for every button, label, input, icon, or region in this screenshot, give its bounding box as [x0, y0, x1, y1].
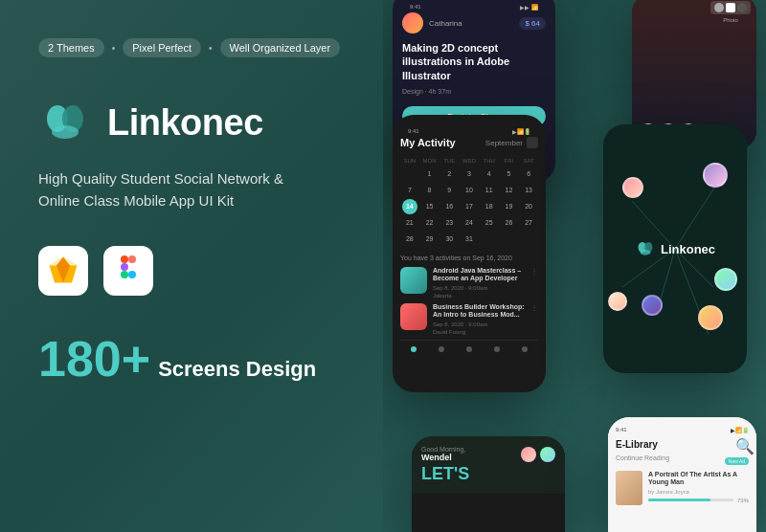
activity-more-1[interactable]: ⋮	[530, 267, 538, 276]
svg-point-22	[640, 250, 650, 255]
activity-item-2: Business Builder Workshop: An Intro to B…	[400, 303, 538, 335]
month-label: September	[485, 139, 523, 147]
greeting-avatars	[521, 447, 555, 462]
activity-person-2: David Foong	[433, 329, 525, 335]
activity-title-2: Business Builder Workshop: An Intro to B…	[433, 303, 525, 320]
progress-percent: 73%	[737, 498, 749, 503]
svg-point-2	[52, 125, 79, 139]
activity-title: My Activity	[400, 137, 456, 148]
book-item: A Portrait Of The Artist As A Young Man …	[616, 471, 749, 505]
greeting-label: Good Morning,	[421, 446, 465, 453]
network-node-1	[622, 177, 643, 198]
library-search-icon[interactable]: 🔍	[735, 437, 749, 451]
themes-badge: 2 Themes	[38, 38, 104, 57]
nav-home[interactable]	[411, 346, 417, 352]
progress-bar	[648, 499, 733, 501]
continue-reading-label: Continue Reading	[616, 454, 669, 461]
svg-rect-11	[121, 263, 128, 271]
phone-network: Linkonec	[603, 124, 747, 373]
bottom-navigation	[400, 340, 538, 356]
activity-summary: You have 3 activities on Sep 16, 2020	[400, 255, 538, 261]
new-ad-badge: New Ad	[725, 457, 749, 465]
calendar-grid: SUN MON TUE WED THU FRI SAT 1 2 3 4 5 6 …	[400, 156, 538, 247]
network-center-logo: Linkonec	[635, 238, 715, 259]
pixel-badge: Pixel Perfect	[123, 38, 201, 57]
calendar-header: My Activity September	[400, 137, 538, 148]
photo-label: Photo	[710, 17, 751, 23]
library-title: E-Library	[616, 439, 658, 450]
network-node-3	[714, 268, 737, 291]
svg-rect-9	[121, 255, 128, 263]
logo-section: Linkonec	[38, 96, 345, 149]
book-details: A Portrait Of The Artist As A Young Man …	[648, 471, 749, 503]
activity-thumb-2	[400, 303, 427, 330]
figma-icon-container	[103, 246, 153, 296]
network-node-4	[608, 292, 627, 311]
progress-fill	[648, 499, 710, 501]
activity-thumb-1	[400, 267, 427, 294]
svg-point-13	[128, 271, 136, 278]
brand-logo-icon	[38, 96, 92, 149]
tool-icons-row	[38, 246, 345, 296]
network-node-6	[698, 305, 723, 330]
layer-badge: Well Organized Layer	[220, 38, 341, 57]
instructor-name: Catharina	[429, 19, 462, 28]
book-cover-image	[616, 471, 642, 505]
status-bar-3: 9:41 ▶📶🔋	[400, 124, 538, 137]
nav-activity[interactable]	[494, 346, 500, 352]
activity-item-1: Android Java Masterclass – Become an App…	[400, 267, 538, 299]
activity-info-2: Business Builder Workshop: An Intro to B…	[433, 303, 525, 335]
activity-location-1: Jakarta	[433, 293, 525, 299]
status-bar-1: 9:41 ▶▶ 📶	[402, 0, 546, 12]
activity-info-1: Android Java Masterclass – Become an App…	[433, 267, 525, 299]
class-title: Making 2D concept illustrations in Adobe…	[402, 41, 546, 82]
activity-date-2: Sep 8, 2020 · 9:00am	[433, 321, 525, 327]
activity-date-1: Sep 8, 2020 · 9:00am	[433, 285, 525, 291]
network-logo-text: Linkonec	[661, 242, 715, 256]
sketch-icon-container	[38, 246, 88, 296]
nav-discover[interactable]	[466, 346, 472, 352]
activity-more-2[interactable]: ⋮	[530, 303, 538, 312]
network-node-5	[642, 295, 663, 316]
nav-account[interactable]	[522, 346, 528, 352]
left-panel: 2 Themes • Pixel Perfect • Well Organize…	[0, 0, 383, 532]
greeting-name: Wendel	[421, 453, 465, 462]
reading-progress: 73%	[648, 498, 749, 503]
screen-label: Screens Design	[158, 357, 316, 382]
right-panel: 9:41 ▶▶ 📶 Catharina $ 64 Making 2D conce…	[383, 0, 766, 532]
tagline: High Quality Student Social Network & On…	[38, 168, 306, 211]
instructor-avatar	[402, 12, 423, 33]
screen-count: 180+	[38, 334, 150, 384]
library-header: E-Library 🔍	[616, 437, 749, 451]
nav-chat[interactable]	[439, 346, 444, 352]
phone-activity: 9:41 ▶📶🔋 My Activity September SUN MON T…	[393, 115, 546, 392]
price-badge: $ 64	[519, 17, 546, 30]
status-bar-6: 9:41 ▶📶🔋	[616, 425, 749, 435]
class-category: Design · 4h 37m	[402, 88, 546, 95]
card-header: Catharina $ 64	[402, 12, 546, 33]
activity-title-1: Android Java Masterclass – Become an App…	[433, 267, 525, 283]
month-selector[interactable]: September	[485, 137, 538, 148]
phone-greeting: Good Morning, Wendel LET'S	[412, 436, 565, 532]
dot-separator-2: •	[209, 43, 213, 54]
tagline-line2: Online Class Mobile App UI Kit	[38, 192, 234, 209]
dot-separator-1: •	[112, 43, 116, 54]
network-node-2	[703, 163, 728, 188]
tagline-line1: High Quality Student Social Network &	[38, 170, 283, 187]
screens-count-section: 180+ Screens Design	[38, 334, 345, 384]
svg-rect-10	[128, 255, 136, 263]
brand-name: Linkonec	[107, 102, 263, 144]
phone-elibrary: 9:41 ▶📶🔋 E-Library 🔍 Continue Reading Ne…	[608, 417, 756, 532]
book-title-text: A Portrait Of The Artist As A Young Man	[648, 471, 749, 487]
lets-text: LET'S	[421, 464, 555, 484]
svg-rect-12	[121, 271, 128, 278]
photo-controls: Photo	[710, 1, 751, 23]
badges-row: 2 Themes • Pixel Perfect • Well Organize…	[38, 38, 345, 57]
book-author-text: by James Joyce	[648, 489, 749, 495]
